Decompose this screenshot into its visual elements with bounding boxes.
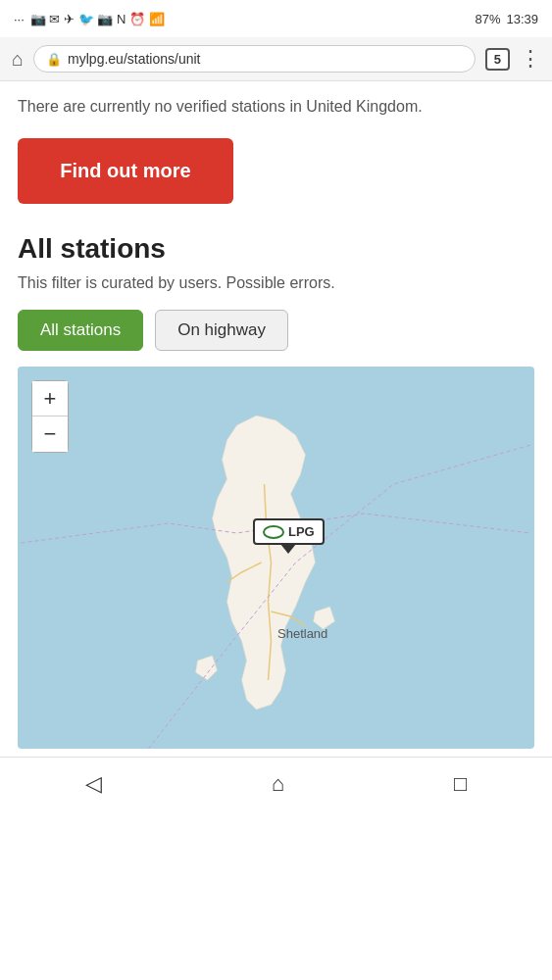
- time: 13:39: [506, 12, 538, 26]
- notice-text: There are currently no verified stations…: [18, 81, 534, 128]
- lpg-marker-arrow: [280, 544, 296, 554]
- status-right: 87% 13:39: [475, 12, 538, 26]
- battery-level: 87%: [475, 12, 500, 26]
- recent-apps-button[interactable]: □: [454, 771, 467, 797]
- lpg-oval-icon: [263, 525, 284, 539]
- zoom-out-button[interactable]: −: [32, 416, 68, 452]
- home-nav-button[interactable]: ⌂: [272, 771, 284, 797]
- map-svg: [18, 367, 534, 749]
- notification-dots: ···: [14, 12, 25, 26]
- lpg-marker-label: LPG: [288, 524, 315, 539]
- map-zoom-controls[interactable]: + −: [31, 380, 69, 453]
- section-title: All stations: [18, 233, 534, 265]
- url-box[interactable]: 🔒 mylpg.eu/stations/unit: [33, 45, 476, 73]
- lpg-marker-box: LPG: [253, 518, 325, 545]
- filter-text: This filter is curated by users. Possibl…: [18, 274, 534, 292]
- lock-icon: 🔒: [46, 52, 62, 67]
- main-content: There are currently no verified stations…: [0, 81, 552, 749]
- map-container[interactable]: + − LPG Shetland: [18, 367, 534, 749]
- status-icons: 📷 ✉ ✈ 🐦 📷 N ⏰ 📶: [30, 12, 165, 26]
- home-icon[interactable]: ⌂: [12, 48, 24, 71]
- lpg-marker[interactable]: LPG: [253, 518, 325, 554]
- url-text: mylpg.eu/stations/unit: [68, 51, 200, 67]
- back-button[interactable]: ◁: [85, 771, 102, 797]
- nav-bar: ◁ ⌂ □: [0, 757, 552, 810]
- address-bar: ⌂ 🔒 mylpg.eu/stations/unit 5 ⋮: [0, 37, 552, 81]
- status-bar: ··· 📷 ✉ ✈ 🐦 📷 N ⏰ 📶 87% 13:39: [0, 0, 552, 37]
- filter-buttons: All stations On highway: [18, 310, 534, 351]
- menu-dots-icon[interactable]: ⋮: [520, 46, 540, 72]
- filter-all-stations-button[interactable]: All stations: [18, 310, 143, 351]
- filter-on-highway-button[interactable]: On highway: [155, 310, 288, 351]
- zoom-in-button[interactable]: +: [32, 381, 68, 416]
- tab-count[interactable]: 5: [485, 48, 510, 71]
- status-left: ··· 📷 ✉ ✈ 🐦 📷 N ⏰ 📶: [14, 12, 165, 26]
- shetland-label: Shetland: [277, 626, 327, 641]
- find-out-more-button[interactable]: Find out more: [18, 138, 233, 204]
